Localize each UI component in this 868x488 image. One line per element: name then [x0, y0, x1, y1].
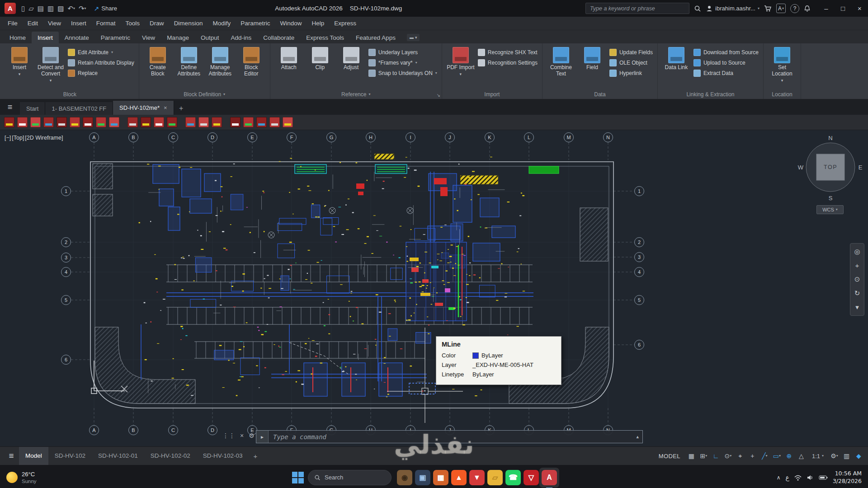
insert-button[interactable]: Insert▾	[5, 46, 33, 89]
ribbon-tab-view[interactable]: View	[136, 32, 161, 43]
block-tool-icon[interactable]	[185, 117, 196, 127]
menu-insert[interactable]: Insert	[66, 17, 91, 30]
menu-modify[interactable]: Modify	[208, 17, 236, 30]
panel-caption-reference[interactable]: Reference▾↘	[270, 90, 442, 99]
recognition-settings-button[interactable]: Recognition Settings	[478, 58, 538, 67]
combine-text-button[interactable]: Combine Text	[547, 46, 575, 89]
user-account-menu[interactable]: ibrahim.aashr... ▾	[706, 5, 760, 12]
ribbon-tab-manage[interactable]: Manage	[161, 32, 195, 43]
create-block-button[interactable]: Create Block	[144, 46, 172, 89]
snap-mode-toggle[interactable]: ⊞▾	[698, 450, 709, 462]
wcs-control[interactable]: WCS▾	[816, 205, 844, 214]
taskbar-search-input[interactable]: Search	[308, 470, 392, 485]
file-tab-1-basement02-ff[interactable]: 1- BASEMENT02 FF	[45, 102, 113, 115]
autocad-logo[interactable]: A	[5, 3, 16, 14]
ole-object-button[interactable]: OLE Object	[609, 58, 653, 67]
layout-menu-icon[interactable]: ≡	[4, 451, 19, 461]
ribbon-tab-express-tools[interactable]: Express Tools	[300, 32, 350, 43]
dynamic-input-toggle[interactable]: +	[747, 450, 758, 462]
graphics-performance-toggle[interactable]: ◆	[853, 450, 864, 462]
download-from-source-button[interactable]: Download from Source	[693, 48, 759, 56]
undo-icon[interactable]: ↶▾	[66, 3, 77, 14]
menu-parametric[interactable]: Parametric	[236, 17, 275, 30]
underlay-layers-button[interactable]: Underlay Layers	[368, 48, 437, 56]
command-line-grip[interactable]: ⋮⋮	[222, 432, 235, 439]
block-tool-icon[interactable]	[283, 117, 293, 127]
block-tool-icon[interactable]	[30, 117, 41, 127]
open-file-icon[interactable]: ▱	[27, 3, 36, 14]
cart-icon[interactable]	[764, 5, 772, 12]
wifi-icon[interactable]	[794, 474, 802, 481]
block-editor-button[interactable]: Block Editor	[237, 46, 265, 89]
game-app-icon[interactable]: ◉	[397, 470, 412, 485]
menu-window[interactable]: Window	[275, 17, 307, 30]
isometric-drafting-toggle[interactable]: ⊙▾	[722, 450, 734, 462]
menu-draw[interactable]: Draw	[145, 17, 169, 30]
menu-dimension[interactable]: Dimension	[169, 17, 208, 30]
command-line[interactable]: ▸ Type a command ▴	[256, 430, 643, 443]
viewcube[interactable]: N W E S TOP	[794, 131, 867, 203]
block-tool-icon[interactable]	[243, 117, 254, 127]
notification-bell-icon[interactable]	[804, 5, 811, 12]
annotation-monitor-toggle[interactable]: ⊕	[783, 450, 795, 462]
panel-caption-import[interactable]: Import	[442, 90, 542, 99]
photos-app-icon[interactable]: ▣	[415, 470, 430, 485]
panel-caption-block[interactable]: Block	[1, 90, 139, 99]
workspace-switching-gear[interactable]: ⚙▾	[829, 450, 840, 462]
viewport-visual-style-control[interactable]: [2D Wireframe]	[25, 135, 63, 141]
new-file-icon[interactable]: ▯	[19, 3, 27, 14]
acrobat-icon[interactable]: ▽	[524, 470, 539, 485]
keyword-search-input[interactable]: Type a keyword or phrase	[585, 3, 689, 14]
block-tool-icon[interactable]	[96, 117, 106, 127]
replace-button[interactable]: Replace	[68, 69, 134, 77]
block-tool-icon[interactable]	[212, 117, 222, 127]
windows-start-button[interactable]	[292, 471, 304, 483]
isolate-objects-toggle[interactable]: ▥	[841, 450, 852, 462]
ribbon-tab-featured-apps[interactable]: Featured Apps	[350, 32, 401, 43]
hyperlink-button[interactable]: Hyperlink	[609, 69, 653, 77]
command-line-customize-icon[interactable]: ⚙	[249, 432, 255, 439]
block-tool-icon[interactable]	[230, 117, 241, 127]
ribbon-display-toggle[interactable]: ▬▾	[407, 34, 420, 41]
set-location-button[interactable]: Set Location▾	[768, 46, 796, 89]
language-indicator[interactable]: ع	[786, 474, 789, 481]
file-explorer-icon[interactable]: ▱	[487, 470, 503, 485]
share-button[interactable]: ↗ Share	[94, 5, 117, 12]
object-snap-toggle[interactable]: ╱▾	[759, 450, 770, 462]
recognize-shx-text-button[interactable]: Recognize SHX Text	[478, 48, 538, 56]
ribbon-tab-collaborate[interactable]: Collaborate	[257, 32, 300, 43]
annotation-scale-control[interactable]: 1:1▾	[808, 453, 828, 460]
update-fields-button[interactable]: Update Fields	[609, 48, 653, 56]
minimize-button[interactable]: –	[818, 0, 835, 17]
menu-edit[interactable]: Edit	[23, 17, 43, 30]
clock[interactable]: 10:56 AM 3/28/2026	[833, 470, 862, 485]
drawing-canvas[interactable]: ABCDEFGHIJKLMNABCDEFGHIJKLMN123456123456	[0, 130, 868, 446]
brave-browser-icon[interactable]: ▲	[451, 470, 467, 485]
viewcube-north[interactable]: N	[828, 135, 832, 141]
grid-display-toggle[interactable]: ▦	[686, 450, 697, 462]
ribbon-tab-home[interactable]: Home	[4, 32, 32, 43]
snap-to-underlays-on-button[interactable]: Snap to Underlays ON▾	[368, 69, 437, 77]
edit-attribute-button[interactable]: Edit Attribute▾	[68, 48, 134, 56]
layout-tab-model[interactable]: Model	[19, 447, 48, 465]
save-as-icon[interactable]: ▥	[46, 3, 56, 14]
menu-help[interactable]: Help	[307, 17, 329, 30]
command-history-toggle[interactable]: ▴	[632, 434, 642, 440]
whatsapp-icon[interactable]: ☎	[505, 470, 521, 485]
orbit-icon[interactable]: ↻	[854, 289, 860, 297]
ribbon-tab-insert[interactable]: Insert	[32, 32, 59, 43]
dialog-launcher-icon[interactable]: ↘	[436, 93, 440, 98]
zoom-icon[interactable]: ⊙	[854, 275, 860, 283]
menu-view[interactable]: View	[43, 17, 66, 30]
block-tool-icon[interactable]	[154, 117, 164, 127]
new-drawing-tab-button[interactable]: +	[174, 102, 189, 115]
define-attributes-button[interactable]: Define Attributes	[175, 46, 203, 89]
block-tool-icon[interactable]	[57, 117, 67, 127]
layout-tab-sd-hv-102-01[interactable]: SD-HV-102-01	[92, 447, 144, 465]
block-tool-icon[interactable]	[141, 117, 151, 127]
field-button[interactable]: Field	[578, 46, 606, 89]
file-tab-start[interactable]: Start	[20, 102, 45, 115]
search-icon[interactable]	[694, 5, 701, 12]
new-layout-button[interactable]: +	[249, 452, 262, 460]
layout-tab-sd-hv-102-02[interactable]: SD-HV-102-02	[144, 447, 197, 465]
